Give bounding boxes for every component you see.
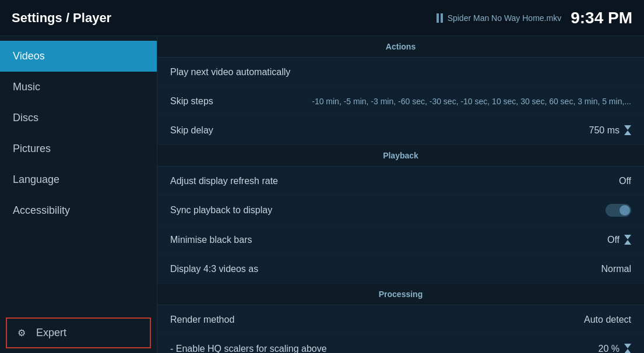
expert-button[interactable]: ⚙ Expert: [6, 317, 151, 348]
sidebar-item-videos[interactable]: Videos: [0, 41, 157, 72]
sidebar-item-language[interactable]: Language: [0, 164, 157, 195]
minimise-black-up-arrow[interactable]: [624, 240, 631, 245]
sidebar-item-accessibility[interactable]: Accessibility: [0, 195, 157, 226]
header: Settings / Player Spider Man No Way Home…: [0, 0, 644, 36]
header-right: Spider Man No Way Home.mkv 9:34 PM: [437, 9, 632, 27]
skip-delay-up-arrow[interactable]: [624, 130, 631, 135]
setting-label-hq-scalers: - Enable HQ scalers for scaling above: [170, 344, 327, 354]
sidebar-item-discs[interactable]: Discs: [0, 103, 157, 133]
setting-row-render-method[interactable]: Render method Auto detect: [157, 305, 644, 334]
section-header-processing: Processing: [157, 284, 644, 305]
toggle-knob: [620, 205, 630, 216]
clock: 9:34 PM: [571, 9, 632, 27]
setting-row-play-next[interactable]: Play next video automatically: [157, 58, 644, 87]
hq-scalers-up-arrow[interactable]: [624, 349, 631, 353]
setting-value-skip-delay: 750 ms: [589, 125, 631, 136]
minimise-black-down-arrow[interactable]: [624, 235, 631, 239]
section-header-actions: Actions: [157, 36, 644, 58]
pause-bar-2: [441, 13, 443, 23]
gear-icon: ⚙: [17, 327, 29, 339]
section-header-playback: Playback: [157, 145, 644, 167]
setting-row-hq-scalers[interactable]: - Enable HQ scalers for scaling above 20…: [157, 334, 644, 353]
minimise-black-arrows[interactable]: [624, 235, 631, 245]
main-layout: Videos Music Discs Pictures Language Acc…: [0, 36, 644, 353]
sidebar-item-music[interactable]: Music: [0, 72, 157, 103]
settings-main: Actions Play next video automatically Sk…: [157, 36, 644, 353]
setting-value-minimise-black: Off: [607, 235, 631, 245]
setting-value-sync-playback: [606, 204, 631, 217]
skip-delay-down-arrow[interactable]: [624, 125, 631, 130]
hq-scalers-arrows[interactable]: [624, 344, 631, 353]
setting-label-adjust-refresh: Adjust display refresh rate: [170, 176, 278, 186]
skip-delay-arrows[interactable]: [624, 125, 631, 135]
setting-label-display-43: Display 4:3 videos as: [170, 264, 258, 274]
setting-value-render-method: Auto detect: [584, 315, 631, 325]
hq-scalers-down-arrow[interactable]: [624, 344, 631, 348]
setting-row-sync-playback[interactable]: Sync playback to display: [157, 196, 644, 225]
page-title: Settings / Player: [12, 10, 111, 26]
setting-row-skip-steps[interactable]: Skip steps -10 min, -5 min, -3 min, -60 …: [157, 87, 644, 116]
pause-icon: [437, 13, 443, 23]
setting-label-minimise-black: Minimise black bars: [170, 235, 252, 245]
setting-row-skip-delay[interactable]: Skip delay 750 ms: [157, 116, 644, 145]
setting-value-adjust-refresh: Off: [619, 176, 631, 186]
sidebar: Videos Music Discs Pictures Language Acc…: [0, 36, 157, 353]
setting-label-skip-delay: Skip delay: [170, 125, 213, 136]
sidebar-item-pictures[interactable]: Pictures: [0, 133, 157, 164]
setting-label-render-method: Render method: [170, 315, 234, 325]
sidebar-items: Videos Music Discs Pictures Language Acc…: [0, 36, 157, 226]
setting-row-minimise-black[interactable]: Minimise black bars Off: [157, 225, 644, 255]
setting-label-sync-playback: Sync playback to display: [170, 205, 272, 216]
setting-value-display-43: Normal: [601, 264, 631, 274]
sync-playback-toggle[interactable]: [606, 204, 631, 217]
setting-value-hq-scalers: 20 %: [599, 344, 631, 354]
expert-label: Expert: [36, 327, 66, 339]
setting-value-skip-steps: -10 min, -5 min, -3 min, -60 sec, -30 se…: [312, 97, 631, 106]
now-playing-title: Spider Man No Way Home.mkv: [448, 13, 562, 23]
setting-row-adjust-refresh[interactable]: Adjust display refresh rate Off: [157, 167, 644, 196]
now-playing: Spider Man No Way Home.mkv: [437, 13, 562, 23]
setting-row-display-43[interactable]: Display 4:3 videos as Normal: [157, 255, 644, 284]
pause-bar-1: [437, 13, 439, 23]
setting-label-skip-steps: Skip steps: [170, 96, 213, 107]
setting-label-play-next: Play next video automatically: [170, 67, 290, 77]
